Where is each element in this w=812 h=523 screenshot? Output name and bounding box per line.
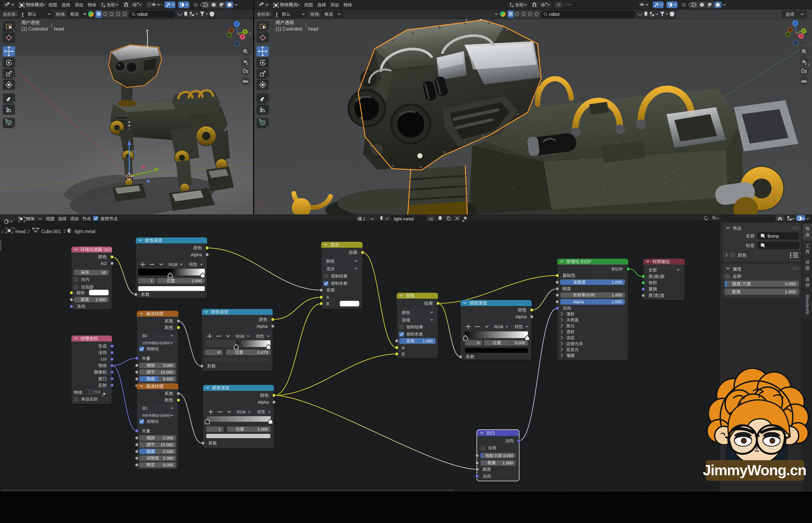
- svg-text:0.600: 0.600: [163, 377, 173, 381]
- svg-text:0: 0: [477, 341, 480, 345]
- svg-text:RGB: RGB: [235, 334, 245, 339]
- svg-text:1.000: 1.000: [257, 427, 268, 431]
- svg-text:1.000: 1.000: [785, 289, 796, 294]
- svg-text:Alpha: Alpha: [256, 324, 268, 329]
- svg-text:Alpha: Alpha: [516, 314, 527, 319]
- svg-text:A: A: [326, 295, 329, 300]
- svg-text:RGB: RGB: [494, 324, 503, 329]
- svg-text:Alpha: Alpha: [191, 252, 202, 257]
- svg-text:0.050: 0.050: [785, 282, 796, 286]
- svg-text:RGB: RGB: [169, 262, 178, 267]
- svg-text:0.000: 0.000: [163, 463, 173, 467]
- svg-text:robot: robot: [549, 12, 560, 17]
- svg-text:X: X: [241, 35, 243, 38]
- svg-text:0.000: 0.000: [515, 341, 525, 345]
- svg-text:Cube.001: Cube.001: [41, 229, 61, 234]
- svg-text:robot: robot: [137, 12, 148, 17]
- svg-text:1.450: 1.450: [612, 293, 622, 297]
- svg-text:2.000: 2.000: [163, 456, 173, 461]
- svg-text:11: 11: [429, 217, 433, 221]
- svg-text:RGB: RGB: [237, 410, 246, 414]
- svg-text:0: 0: [218, 350, 220, 355]
- svg-text:1: 1: [218, 427, 221, 431]
- svg-text:(1) Coolrobot: (1) Coolrobot: [21, 26, 48, 32]
- svg-text:15.000: 15.000: [161, 442, 173, 447]
- svg-text:light metal: light metal: [74, 229, 95, 234]
- svg-text:1: 1: [150, 278, 153, 283]
- svg-text:1.000: 1.000: [612, 300, 622, 304]
- svg-text:AO: AO: [101, 261, 107, 266]
- svg-text:Alpha: Alpha: [573, 300, 584, 304]
- svg-text:B: B: [402, 351, 405, 357]
- svg-text:3D: 3D: [142, 333, 147, 338]
- svg-text:light metal: light metal: [394, 216, 414, 221]
- svg-text:X: X: [800, 34, 802, 38]
- svg-text:Y: Y: [803, 29, 805, 33]
- svg-text:1.000: 1.000: [95, 297, 106, 302]
- svg-text:1.000: 1.000: [422, 339, 433, 343]
- svg-text:UV: UV: [101, 357, 107, 362]
- svg-text:16: 16: [101, 270, 106, 275]
- svg-text:A: A: [402, 345, 405, 350]
- svg-text:3D: 3D: [142, 406, 147, 411]
- svg-text:B: B: [326, 301, 329, 306]
- svg-text:1.000: 1.000: [612, 280, 622, 284]
- svg-text:1.000: 1.000: [502, 461, 513, 465]
- svg-text:0.050: 0.050: [503, 453, 513, 458]
- svg-text:2.000: 2.000: [163, 436, 173, 440]
- svg-text:head: head: [16, 229, 25, 234]
- svg-text:15.000: 15.000: [161, 370, 173, 374]
- svg-text:Z: Z: [236, 22, 238, 26]
- svg-text:head: head: [308, 26, 318, 32]
- svg-text:BlenderKit: BlenderKit: [805, 295, 810, 314]
- svg-text:Bump: Bump: [768, 234, 779, 239]
- svg-text:JimmyWong.cn: JimmyWong.cn: [703, 462, 806, 479]
- svg-text:Z: Z: [794, 22, 796, 25]
- svg-text:Alpha: Alpha: [258, 400, 269, 405]
- svg-text:BSDF: BSDF: [611, 267, 623, 271]
- svg-text:(1) Coolrobot: (1) Coolrobot: [275, 26, 302, 32]
- svg-text:3.000: 3.000: [163, 363, 173, 367]
- svg-text:head: head: [54, 26, 64, 32]
- svg-text:0.473: 0.473: [257, 350, 268, 355]
- svg-text:0.500: 0.500: [163, 449, 173, 454]
- svg-text:1.000: 1.000: [192, 278, 202, 283]
- svg-text:Y: Y: [244, 30, 246, 33]
